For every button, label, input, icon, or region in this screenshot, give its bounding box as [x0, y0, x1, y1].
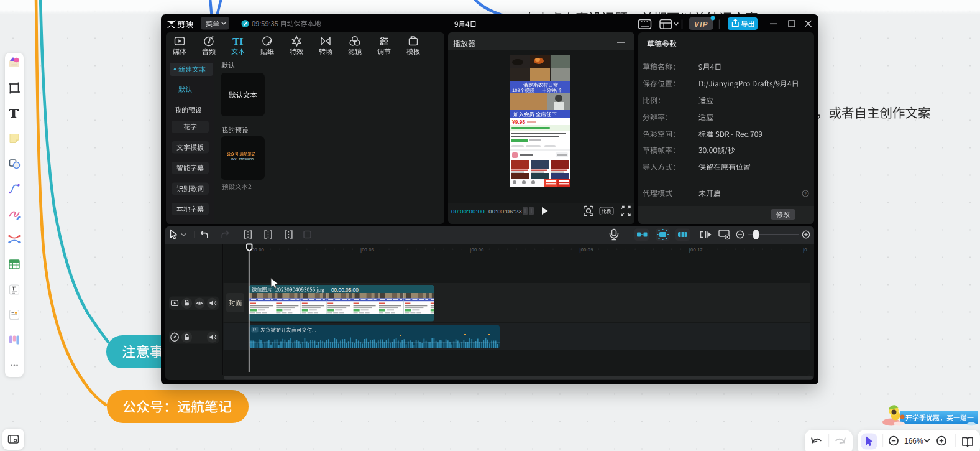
svg-text:166%: 166%	[904, 437, 923, 445]
